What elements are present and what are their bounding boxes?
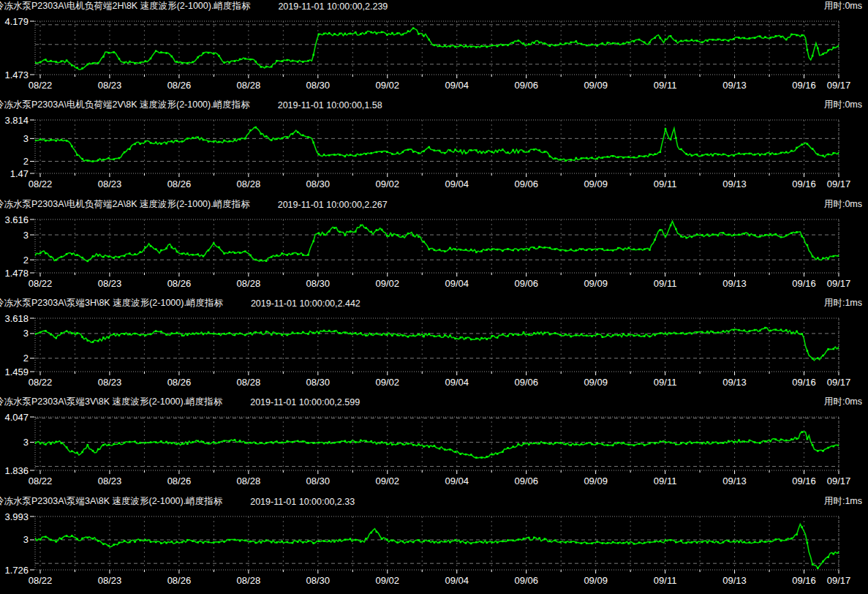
data-point-marker [717, 154, 720, 156]
data-point-marker [350, 538, 352, 540]
data-point-marker [612, 42, 614, 45]
data-point-marker [239, 59, 241, 61]
data-point-marker [39, 331, 42, 334]
data-point-marker [722, 232, 725, 234]
data-point-marker [355, 539, 357, 541]
data-point-marker [544, 443, 546, 445]
data-point-marker [402, 34, 404, 36]
data-point-marker [696, 442, 698, 444]
data-point-marker [281, 60, 283, 62]
data-point-marker [92, 538, 94, 540]
data-point-marker [633, 445, 635, 447]
data-point-marker [685, 443, 687, 445]
data-point-marker [71, 332, 73, 334]
data-point-marker [769, 233, 771, 236]
data-point-marker [644, 42, 646, 44]
x-axis-label: 09/13 [722, 178, 747, 189]
data-point-marker [381, 334, 383, 336]
x-axis-label: 08/26 [167, 80, 192, 91]
data-point-marker [581, 443, 583, 446]
data-point-marker [665, 236, 667, 238]
data-point-marker [670, 333, 672, 335]
data-point-marker [827, 447, 829, 449]
data-point-marker [360, 154, 362, 156]
data-point-marker [370, 231, 372, 233]
data-point-marker [344, 539, 347, 541]
data-point-marker [617, 247, 619, 249]
trend-plot[interactable]: 08/2208/2308/2608/2808/3009/0209/0409/06… [0, 12, 868, 99]
data-point-marker [223, 140, 225, 142]
data-point-marker [61, 538, 63, 540]
data-point-marker [675, 40, 677, 42]
data-point-marker [396, 334, 399, 337]
data-point-marker [396, 32, 399, 34]
data-point-marker [439, 541, 441, 544]
data-point-marker [796, 331, 798, 333]
data-point-marker [591, 543, 593, 545]
data-point-marker [696, 154, 698, 156]
data-point-marker [423, 241, 425, 243]
data-point-marker [186, 62, 189, 64]
data-point-marker [45, 536, 47, 538]
data-point-marker [45, 140, 47, 142]
data-point-marker [581, 157, 583, 159]
data-point-marker [712, 154, 714, 157]
data-point-marker [208, 331, 210, 334]
data-point-marker [706, 40, 709, 42]
data-point-marker [701, 42, 703, 44]
data-point-marker [260, 442, 263, 444]
data-point-marker [775, 153, 777, 155]
data-point-marker [370, 334, 372, 336]
data-point-marker [428, 446, 430, 448]
data-point-marker [722, 154, 725, 156]
data-point-marker [118, 58, 121, 60]
data-point-marker [176, 61, 178, 63]
data-point-marker [497, 541, 499, 544]
data-point-marker [827, 348, 829, 350]
data-point-marker [239, 252, 241, 254]
plot-border [35, 21, 839, 75]
data-point-marker [570, 444, 572, 446]
data-point-marker [512, 540, 514, 542]
data-point-marker [743, 440, 745, 443]
data-point-marker [460, 149, 462, 151]
trend-plot[interactable]: 08/2208/2308/2608/2808/3009/0209/0409/06… [0, 508, 868, 594]
data-point-marker [638, 443, 641, 446]
data-point-marker [107, 337, 110, 339]
data-point-marker [218, 442, 220, 444]
data-point-marker [812, 444, 814, 446]
data-point-marker [407, 233, 410, 235]
data-point-marker [596, 334, 598, 336]
trend-plot[interactable]: 08/2208/2308/2608/2808/3009/0209/0409/06… [0, 111, 868, 198]
trend-plot[interactable]: 08/2208/2308/2608/2808/3009/0209/0409/06… [0, 309, 868, 396]
trend-line [35, 525, 839, 568]
data-point-marker [633, 40, 635, 42]
data-point-marker [627, 444, 630, 446]
data-point-marker [769, 440, 771, 443]
data-point-marker [785, 440, 788, 442]
data-point-marker [418, 539, 420, 541]
data-point-marker [333, 33, 336, 35]
data-point-marker [660, 151, 662, 154]
data-point-marker [318, 34, 320, 36]
trend-plot[interactable]: 08/2208/2308/2608/2808/3009/0209/0409/06… [0, 211, 868, 297]
data-point-marker [586, 542, 588, 544]
data-point-marker [754, 37, 756, 40]
data-point-marker [171, 247, 173, 249]
data-point-marker [549, 334, 551, 336]
data-point-marker [418, 236, 420, 238]
data-point-marker [549, 45, 551, 47]
trend-plot[interactable]: 08/2208/2308/2608/2808/3009/0209/0409/06… [0, 408, 868, 495]
data-point-marker [512, 42, 514, 44]
data-point-marker [544, 42, 546, 45]
data-point-marker [807, 438, 809, 440]
data-point-marker [670, 225, 672, 227]
data-point-marker [102, 56, 105, 58]
data-point-marker [434, 149, 436, 151]
data-point-marker [764, 234, 766, 236]
data-point-marker [129, 541, 131, 544]
data-point-marker [34, 333, 37, 335]
data-point-marker [87, 159, 89, 162]
data-point-marker [271, 66, 273, 68]
data-point-marker [412, 334, 415, 337]
